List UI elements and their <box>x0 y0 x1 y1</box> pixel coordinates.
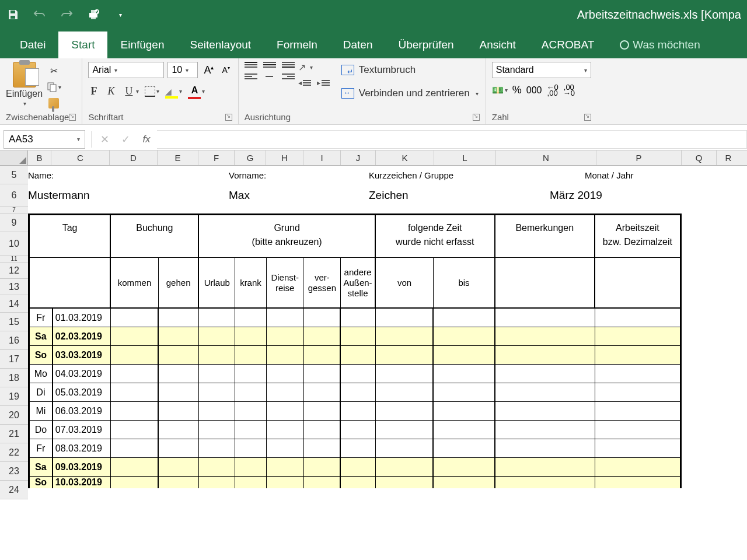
orientation-button[interactable] <box>298 62 309 72</box>
table-cell[interactable] <box>304 383 341 401</box>
undo-icon[interactable] <box>33 8 47 22</box>
table-cell[interactable] <box>199 383 235 401</box>
table-cell[interactable] <box>199 477 235 488</box>
table-cell[interactable] <box>304 309 341 327</box>
row-header[interactable]: 12 <box>0 262 28 279</box>
table-cell[interactable] <box>235 327 267 345</box>
table-cell[interactable] <box>495 439 595 457</box>
table-cell[interactable]: Fr <box>30 309 53 327</box>
col-header[interactable]: F <box>198 150 235 165</box>
tab-start[interactable]: Start <box>58 32 107 58</box>
row-header[interactable]: 6 <box>0 184 28 206</box>
row-header[interactable]: 18 <box>0 369 28 387</box>
table-cell[interactable]: 08.03.2019 <box>53 439 111 457</box>
tab-einfuegen[interactable]: Einfügen <box>107 32 177 58</box>
row-header[interactable]: 11 <box>0 256 28 262</box>
paste-button[interactable]: Einfügen ▾ <box>6 62 43 107</box>
table-cell[interactable] <box>267 439 304 457</box>
table-cell[interactable] <box>595 458 680 476</box>
row-header[interactable]: 7 <box>0 206 28 214</box>
table-cell[interactable] <box>159 346 200 364</box>
tell-me-search[interactable]: Was möchten <box>607 32 704 58</box>
table-cell[interactable] <box>235 346 267 364</box>
table-cell[interactable]: 10.03.2019 <box>53 477 111 488</box>
table-cell[interactable] <box>376 477 434 488</box>
table-cell[interactable] <box>434 402 495 420</box>
table-cell[interactable] <box>267 421 304 439</box>
table-cell[interactable] <box>341 421 376 439</box>
table-cell[interactable] <box>111 346 159 364</box>
table-row[interactable]: So10.03.2019 <box>30 477 680 488</box>
table-cell[interactable] <box>376 439 434 457</box>
chevron-down-icon[interactable]: ▾ <box>136 88 139 94</box>
table-cell[interactable] <box>267 477 304 488</box>
table-cell[interactable]: 02.03.2019 <box>53 327 111 345</box>
table-cell[interactable] <box>341 439 376 457</box>
table-cell[interactable] <box>376 309 434 327</box>
table-cell[interactable] <box>595 402 680 420</box>
grid[interactable]: Name: Vorname: Kurzzeichen / Gruppe Mona… <box>28 166 747 488</box>
table-cell[interactable] <box>111 402 159 420</box>
table-cell[interactable] <box>304 327 341 345</box>
table-cell[interactable] <box>495 402 595 420</box>
table-cell[interactable] <box>111 458 159 476</box>
font-name-combo[interactable]: Arial▾ <box>88 62 164 78</box>
col-header[interactable]: D <box>110 150 158 165</box>
row-header[interactable]: 22 <box>0 443 28 462</box>
table-cell[interactable] <box>267 365 304 383</box>
table-cell[interactable] <box>199 327 235 345</box>
redo-icon[interactable] <box>60 8 74 22</box>
table-cell[interactable] <box>495 421 595 439</box>
table-cell[interactable]: Mi <box>30 402 53 420</box>
table-cell[interactable] <box>341 346 376 364</box>
row-header[interactable]: 19 <box>0 387 28 406</box>
format-painter-button[interactable] <box>46 97 61 110</box>
table-cell[interactable] <box>235 383 267 401</box>
table-cell[interactable] <box>235 421 267 439</box>
align-bottom-button[interactable] <box>282 62 295 68</box>
table-cell[interactable] <box>304 402 341 420</box>
table-cell[interactable] <box>495 327 595 345</box>
table-cell[interactable] <box>267 458 304 476</box>
merge-center-button[interactable]: Verbinden und zentrieren▾ <box>340 85 480 102</box>
table-cell[interactable] <box>595 309 680 327</box>
table-cell[interactable]: So <box>30 346 53 364</box>
table-cell[interactable] <box>434 383 495 401</box>
table-cell[interactable] <box>341 477 376 488</box>
table-row[interactable]: Fr08.03.2019 <box>30 439 680 458</box>
table-cell[interactable] <box>495 309 595 327</box>
col-header[interactable]: L <box>434 150 496 165</box>
row-header[interactable]: 5 <box>0 166 28 184</box>
table-cell[interactable] <box>267 346 304 364</box>
table-cell[interactable] <box>235 439 267 457</box>
table-cell[interactable] <box>595 477 680 488</box>
table-cell[interactable] <box>267 383 304 401</box>
row-header[interactable]: 24 <box>0 481 28 499</box>
table-row[interactable]: Mi06.03.2019 <box>30 402 680 421</box>
table-cell[interactable] <box>111 439 159 457</box>
table-cell[interactable] <box>267 309 304 327</box>
tab-ueberpruefen[interactable]: Überprüfen <box>385 32 466 58</box>
table-row[interactable]: Fr01.03.2019 <box>30 309 680 327</box>
table-cell[interactable] <box>159 365 200 383</box>
table-cell[interactable] <box>495 365 595 383</box>
thousands-sep-button[interactable]: 000 <box>526 85 542 96</box>
table-row[interactable]: Sa02.03.2019 <box>30 327 680 346</box>
increase-indent-button[interactable] <box>317 78 330 88</box>
table-row[interactable]: Do07.03.2019 <box>30 421 680 439</box>
table-cell[interactable]: Do <box>30 421 53 439</box>
table-cell[interactable] <box>111 327 159 345</box>
table-cell[interactable] <box>595 383 680 401</box>
table-cell[interactable] <box>159 477 200 488</box>
table-cell[interactable] <box>159 402 200 420</box>
table-cell[interactable] <box>304 365 341 383</box>
confirm-formula-button[interactable]: ✓ <box>115 131 136 148</box>
row-header[interactable]: 23 <box>0 462 28 481</box>
shrink-font-button[interactable]: A▾ <box>219 64 232 76</box>
font-size-combo[interactable]: 10▾ <box>167 62 198 78</box>
tab-ansicht[interactable]: Ansicht <box>467 32 529 58</box>
increase-decimal-button[interactable]: ←0,00 <box>546 85 558 96</box>
chevron-down-icon[interactable]: ▾ <box>179 88 182 94</box>
row-header[interactable]: 20 <box>0 406 28 425</box>
table-cell[interactable] <box>304 346 341 364</box>
